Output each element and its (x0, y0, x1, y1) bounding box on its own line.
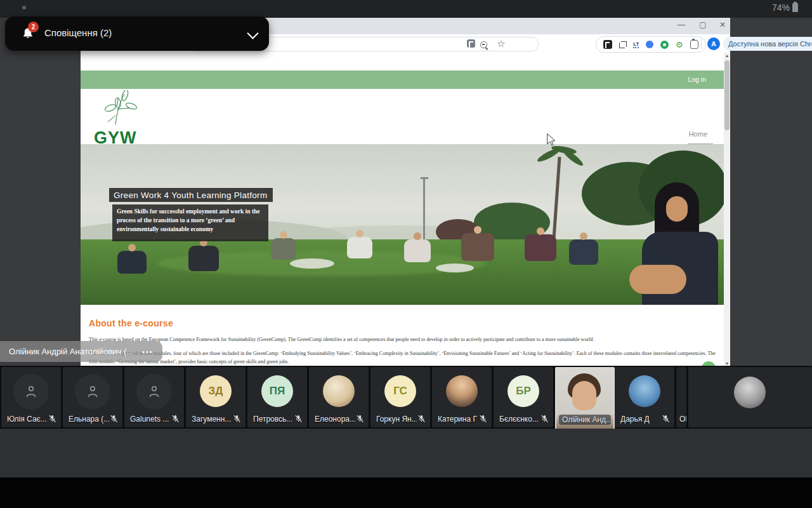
chevron-down-icon[interactable] (247, 27, 258, 39)
participant-name: Ельнара (... (69, 415, 109, 424)
mic-muted-icon (232, 414, 242, 424)
avatar-initials: ЗД (200, 375, 232, 407)
mic-muted-icon (355, 414, 365, 424)
participant-name: Юлія Сає... (7, 415, 47, 424)
avatar-initials: БР (508, 375, 539, 407)
hero-title: Green Work 4 Youth Learning Platform (109, 188, 273, 202)
mic-muted-icon (109, 414, 119, 424)
participant-tile[interactable]: БР Бєлєєнко... (494, 367, 553, 427)
translate-icon[interactable] (464, 39, 477, 50)
gear-extension-icon[interactable]: ⚙ (676, 41, 683, 49)
avatar-photo (446, 375, 478, 407)
participant-tile[interactable]: Galunets ... (124, 367, 184, 427)
participant-tile-partial[interactable]: ОІ (676, 367, 686, 427)
avatar-photo (734, 377, 766, 408)
profile-avatar[interactable]: A (707, 37, 720, 50)
participant-strip[interactable]: Юлія Сає... Ельнара (... Galunets ... ЗД… (0, 366, 812, 429)
participant-name: Дарья Д (620, 415, 650, 424)
participant-tile[interactable]: ПЯ Петровсь... (247, 367, 307, 427)
tablet-screen: 74% — ▢ ✕ ☆ LT ⚙ A Доступна нова верс (0, 0, 812, 508)
crop-extension-icon[interactable] (619, 41, 626, 48)
scrollbar-thumb[interactable] (724, 60, 730, 130)
battery-status: 74% (772, 3, 798, 13)
participant-tile[interactable]: Елеонора... (309, 367, 369, 427)
call-control-bar (0, 429, 812, 478)
avatar-photo (629, 375, 660, 407)
page-scrollbar[interactable]: ▲ ▼ (724, 53, 730, 367)
participant-tile[interactable]: Дарья Д (615, 367, 674, 427)
battery-percentage: 74% (772, 3, 790, 13)
minimize-button[interactable]: — (676, 20, 687, 29)
maximize-button[interactable]: ▢ (697, 20, 709, 29)
speaker-more-button[interactable]: ••• (142, 348, 154, 356)
about-heading: About the e-course (89, 318, 173, 328)
close-button[interactable]: ✕ (717, 20, 728, 29)
avatar-initials: ПЯ (261, 375, 293, 407)
person-icon (75, 374, 110, 410)
blue-dot-extension-icon[interactable] (646, 41, 653, 48)
hero-subtitle: Green Skills for successful employment a… (112, 204, 268, 241)
logo-leaves-icon (96, 90, 146, 127)
chrome-update-label: Доступна нова версія Chrome (728, 40, 812, 48)
mic-muted-icon (478, 414, 488, 424)
speaker-overlay: Олійник Андрій Анатолійович (... ••• (0, 341, 162, 362)
status-indicator-dot (22, 6, 26, 10)
nav-item-home[interactable]: Home (689, 130, 707, 138)
participant-tile[interactable]: ЗД Загуменн... (186, 367, 246, 427)
participant-tile[interactable]: Катерина Г (432, 367, 492, 427)
mic-muted-icon (294, 414, 303, 424)
status-bar: 74% (0, 0, 812, 18)
bookmark-star-icon[interactable]: ☆ (495, 38, 508, 50)
avatar-photo (323, 375, 355, 407)
participant-tile[interactable] (688, 367, 812, 427)
participant-name: Горкун Ян... (376, 415, 417, 424)
mic-muted-icon (417, 414, 426, 424)
webpage: Log in GYW Home (81, 53, 724, 367)
battery-icon (792, 3, 798, 12)
scroll-up-icon[interactable]: ▲ (724, 53, 730, 58)
participant-name: Катерина Г (438, 415, 477, 424)
languagetool-extension-icon[interactable]: LT (633, 41, 639, 48)
chrome-update-chip[interactable]: Доступна нова версія Chrome ⋮ (723, 37, 812, 51)
shared-browser-window: — ▢ ✕ ☆ LT ⚙ A Доступна нова версія Chro… (81, 18, 730, 367)
hero-foreground-person (617, 182, 724, 305)
clipboard-extension-icon[interactable] (690, 40, 698, 49)
android-nav-bar (0, 478, 812, 508)
person-icon (136, 374, 172, 410)
notification-banner[interactable]: 2 Сповіщення (2) (5, 17, 269, 51)
green-circle-extension-icon[interactable] (660, 41, 669, 49)
scroll-down-icon[interactable]: ▼ (724, 361, 730, 366)
mic-muted-icon (48, 414, 57, 424)
participant-name: Елеонора... (315, 415, 355, 424)
zoom-icon[interactable] (480, 39, 487, 51)
speaker-name: Олійник Андрій Анатолійович (... (9, 347, 133, 356)
about-paragraph: This course is organised in five modules… (89, 350, 723, 366)
participant-name: Загуменн... (192, 415, 231, 424)
gyw-logo[interactable]: GYW (89, 93, 159, 147)
toolbar-divider (701, 39, 702, 49)
participant-tile[interactable]: Ельнара (... (63, 367, 122, 427)
participant-tile-active-video[interactable]: Олійник Анд... (555, 367, 615, 430)
mic-muted-icon (171, 414, 180, 424)
participant-tile[interactable]: Юлія Сає... (1, 367, 61, 427)
mouse-cursor (547, 133, 556, 146)
participant-tile[interactable]: ГС Горкун Ян... (370, 367, 430, 427)
avatar-initials: ГС (384, 375, 416, 407)
notification-title: Сповіщення (2) (44, 27, 112, 38)
participant-name: ОІ (679, 415, 686, 424)
participant-name: Петровсь... (253, 415, 292, 424)
mic-muted-icon (661, 414, 671, 424)
mic-muted-icon (540, 414, 549, 424)
extensions-pill: LT ⚙ (596, 36, 706, 53)
participant-name: Galunets ... (130, 415, 169, 424)
notification-badge: 2 (28, 22, 39, 32)
site-top-bar (81, 70, 724, 89)
participant-name: Бєлєєнко... (499, 415, 539, 424)
person-icon (13, 374, 49, 410)
about-paragraph: This e-course is based on the European C… (89, 336, 723, 344)
login-link[interactable]: Log in (688, 76, 706, 83)
hero-image: Green Work 4 Youth Learning Platform Gre… (81, 144, 724, 305)
dark-extension-icon[interactable] (603, 40, 612, 49)
participant-name: Олійник Анд... (559, 415, 611, 425)
